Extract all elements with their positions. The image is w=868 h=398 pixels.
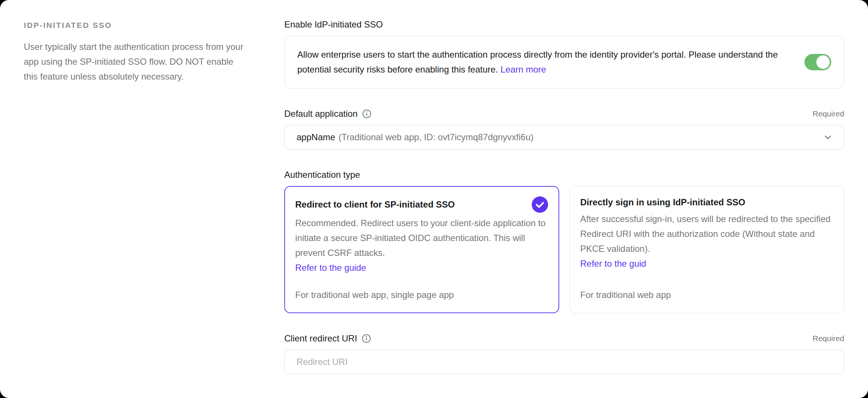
info-icon[interactable]	[362, 109, 372, 119]
info-icon[interactable]	[362, 334, 371, 343]
field-client-redirect-uri: Client redirect URI Required	[284, 333, 844, 374]
client-redirect-uri-input[interactable]	[284, 350, 844, 374]
page: IDP-INITIATED SSO User typically start t…	[0, 0, 868, 398]
option-footer: For traditional web app	[580, 288, 834, 302]
option-title: Directly sign in using IdP-initiated SSO	[580, 196, 745, 209]
refer-guide-link[interactable]: Refer to the guid	[580, 256, 646, 271]
option-title-row: Directly sign in using IdP-initiated SSO	[580, 196, 834, 209]
authentication-type-head: Authentication type	[284, 170, 844, 180]
section-sidebar: IDP-INITIATED SSO User typically start t…	[0, 0, 284, 398]
required-label: Required	[813, 109, 844, 118]
section-description: User typically start the authentication …	[24, 39, 244, 84]
enable-sso-description: Allow enterprise users to start the auth…	[297, 47, 791, 77]
field-enable-sso: Enable IdP-initiated SSO Allow enterpris…	[284, 19, 844, 89]
auth-type-option-direct[interactable]: Directly sign in using IdP-initiated SSO…	[570, 186, 845, 313]
selected-app-name: appName	[297, 132, 335, 142]
option-footer: For traditional web app, single page app	[295, 288, 548, 302]
field-authentication-type: Authentication type Redirect to client f…	[284, 170, 844, 313]
authentication-type-options: Redirect to client for SP-initiated SSO …	[284, 186, 844, 313]
client-redirect-uri-head: Client redirect URI Required	[284, 333, 844, 344]
client-redirect-uri-label: Client redirect URI	[284, 333, 357, 344]
option-description: Recommended. Redirect users to your clie…	[295, 216, 548, 260]
default-application-select[interactable]: appName (Traditional web app, ID: ovt7ic…	[284, 125, 844, 150]
field-default-application: Default application Required appName (Tr…	[284, 109, 844, 150]
enable-sso-label: Enable IdP-initiated SSO	[284, 19, 383, 30]
check-icon	[532, 196, 548, 213]
authentication-type-label: Authentication type	[284, 170, 360, 180]
enable-sso-card: Allow enterprise users to start the auth…	[284, 36, 844, 89]
chevron-down-icon	[822, 132, 833, 143]
option-title-row: Redirect to client for SP-initiated SSO	[295, 196, 548, 213]
enable-sso-head: Enable IdP-initiated SSO	[284, 19, 844, 30]
required-label: Required	[813, 334, 844, 343]
learn-more-link[interactable]: Learn more	[501, 64, 546, 74]
option-title: Redirect to client for SP-initiated SSO	[295, 198, 455, 211]
default-application-head: Default application Required	[284, 109, 844, 119]
default-application-label: Default application	[284, 109, 357, 119]
settings-form: Enable IdP-initiated SSO Allow enterpris…	[284, 0, 868, 398]
option-description: After successful sign-in, users will be …	[580, 212, 834, 256]
selected-app-meta: (Traditional web app, ID: ovt7icymq87dgn…	[339, 132, 534, 142]
refer-guide-link[interactable]: Refer to the guide	[295, 260, 366, 275]
section-title: IDP-INITIATED SSO	[24, 21, 262, 30]
auth-type-option-redirect[interactable]: Redirect to client for SP-initiated SSO …	[284, 186, 559, 313]
toggle-knob	[816, 55, 830, 69]
enable-sso-toggle[interactable]	[804, 54, 831, 70]
